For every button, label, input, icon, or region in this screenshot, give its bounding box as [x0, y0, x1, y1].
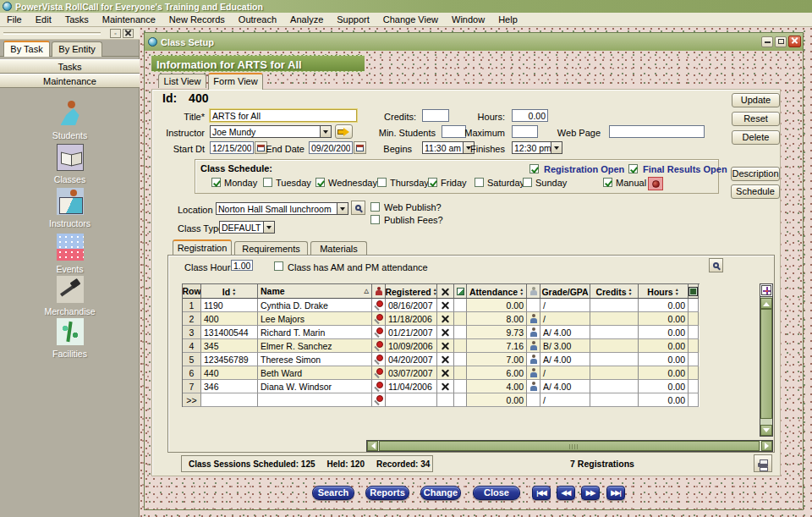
- class-hours-input[interactable]: [231, 260, 253, 271]
- chevron-down-icon[interactable]: [263, 222, 274, 233]
- previous-record-button[interactable]: ◀◀: [557, 486, 575, 500]
- location-select[interactable]: Norton Hall Small lunchroom: [216, 202, 348, 215]
- publish-fees-checkbox[interactable]: [370, 215, 380, 224]
- tab-requirements[interactable]: Requirements: [234, 241, 308, 255]
- table-row[interactable]: 3 131400544 Richard T. Marin 01/21/2007 …: [183, 326, 700, 339]
- menu-item-file[interactable]: File: [0, 14, 29, 25]
- menu-item-window[interactable]: Window: [445, 14, 491, 25]
- horizontal-scrollbar[interactable]: [366, 440, 773, 452]
- menu-item-change-view[interactable]: Change View: [376, 14, 445, 25]
- next-record-button[interactable]: ▶▶: [581, 486, 600, 500]
- sidebar-item-classes[interactable]: Classes: [0, 144, 140, 184]
- friday-checkbox[interactable]: [428, 178, 437, 187]
- scroll-right-button[interactable]: [761, 441, 772, 451]
- instructor-select[interactable]: Joe Mundy: [210, 125, 332, 138]
- scroll-up-button[interactable]: [760, 298, 772, 309]
- maximize-button[interactable]: [775, 36, 787, 47]
- sidebar-item-facilities[interactable]: Facilities: [0, 318, 140, 359]
- tab-form-view[interactable]: Form View: [208, 73, 263, 90]
- window-titlebar[interactable]: Class Setup: [145, 33, 803, 51]
- menu-item-edit[interactable]: Edit: [29, 14, 58, 25]
- col-registered[interactable]: Registered▲▼: [386, 284, 437, 299]
- sidebar-item-merchandise[interactable]: Merchandise: [0, 276, 140, 316]
- attendance-record-button[interactable]: [648, 177, 663, 190]
- table-row[interactable]: 6 440 Beth Ward 03/07/2007 6.00 / 0.00: [183, 366, 700, 380]
- change-button[interactable]: Change: [420, 486, 461, 500]
- table-row[interactable]: 5 123456789 Therese Simon 04/20/2007 7.0…: [183, 353, 700, 366]
- toolbar-handle[interactable]: [3, 32, 101, 35]
- tuesday-checkbox[interactable]: [263, 178, 272, 187]
- registration-open-checkbox[interactable]: [529, 164, 539, 173]
- sidebar-restore-button[interactable]: ▫: [110, 29, 121, 38]
- class-type-select[interactable]: DEFAULT: [219, 221, 275, 234]
- sort-icon[interactable]: ▲▼: [232, 288, 236, 295]
- col-flag[interactable]: [689, 284, 699, 299]
- sort-icon[interactable]: ▲▼: [675, 288, 679, 295]
- first-record-button[interactable]: |◀◀: [532, 486, 551, 500]
- col-attendance[interactable]: Attendance▲▼: [467, 284, 527, 299]
- col-id[interactable]: Id▲▼: [201, 284, 258, 299]
- print-button[interactable]: [754, 454, 772, 472]
- tab-list-view[interactable]: List View: [158, 74, 206, 88]
- menu-item-outreach[interactable]: Outreach: [232, 14, 283, 25]
- scroll-down-button[interactable]: [760, 425, 772, 436]
- finishes-select[interactable]: 12:30 pm: [512, 141, 562, 154]
- sidebar-close-button[interactable]: [123, 29, 134, 38]
- description-button[interactable]: Description: [731, 167, 780, 181]
- close-button[interactable]: [788, 36, 801, 47]
- web-page-input[interactable]: [609, 125, 705, 138]
- reset-button[interactable]: Reset: [732, 112, 780, 126]
- col-hours[interactable]: Hours▲▼: [639, 284, 689, 299]
- tab-by-task[interactable]: By Task: [3, 41, 50, 57]
- menu-item-help[interactable]: Help: [491, 14, 524, 25]
- menu-item-new-records[interactable]: New Records: [162, 14, 232, 25]
- minimize-button[interactable]: [761, 36, 773, 47]
- search-button[interactable]: Search: [312, 486, 354, 500]
- saturday-checkbox[interactable]: [475, 178, 484, 187]
- col-credits[interactable]: Credits▲▼: [590, 284, 639, 299]
- sidebar-item-events[interactable]: Events: [0, 234, 140, 274]
- location-search-button[interactable]: [351, 201, 365, 215]
- title-input[interactable]: [210, 109, 357, 122]
- delete-button[interactable]: Delete: [732, 130, 780, 145]
- schedule-button[interactable]: Schedule: [731, 184, 780, 199]
- sort-icon[interactable]: ▲▼: [433, 288, 437, 295]
- table-row[interactable]: 1 1190 Cynthia D. Drake 08/16/2007 0.00 …: [183, 299, 700, 312]
- sort-icon[interactable]: ▲▼: [628, 288, 633, 295]
- vertical-scrollbar[interactable]: [760, 283, 773, 437]
- table-row[interactable]: 7 346 Diana W. Windsor 11/04/2006 4.00 A…: [183, 380, 700, 393]
- sidebar-item-students[interactable]: Students: [0, 100, 140, 140]
- chevron-down-icon[interactable]: [551, 142, 562, 153]
- chevron-down-icon[interactable]: [320, 126, 331, 137]
- col-delete[interactable]: [437, 284, 454, 299]
- sort-asc-icon[interactable]: △: [365, 288, 369, 294]
- scroll-thumb[interactable]: [379, 441, 760, 451]
- monday-checkbox[interactable]: [211, 178, 221, 187]
- col-row[interactable]: Row: [183, 284, 201, 299]
- ampm-checkbox[interactable]: [274, 261, 283, 271]
- sidebar-item-instructors[interactable]: Instructors: [0, 188, 140, 228]
- update-button[interactable]: Update: [732, 93, 780, 107]
- col-name[interactable]: Name△: [258, 284, 372, 299]
- web-publish-checkbox[interactable]: [370, 202, 380, 212]
- menu-item-analyze[interactable]: Analyze: [283, 14, 330, 25]
- menu-item-maintenance[interactable]: Maintenance: [96, 14, 162, 25]
- section-maintenance[interactable]: Maintenance: [0, 74, 140, 88]
- manual-checkbox[interactable]: [603, 178, 612, 187]
- tab-registration[interactable]: Registration: [173, 239, 232, 255]
- wednesday-checkbox[interactable]: [315, 178, 325, 187]
- close-record-button[interactable]: Close: [473, 486, 520, 500]
- table-row[interactable]: 2 400 Lee Majors 11/18/2006 8.00 / 0.00: [183, 312, 700, 326]
- grid-options-button[interactable]: [760, 284, 772, 297]
- hours-input[interactable]: [512, 109, 548, 122]
- tab-materials[interactable]: Materials: [310, 241, 367, 255]
- grid-search-button[interactable]: [709, 258, 723, 272]
- last-record-button[interactable]: ▶▶|: [606, 486, 625, 500]
- sunday-checkbox[interactable]: [523, 178, 532, 187]
- col-note[interactable]: [454, 284, 467, 299]
- final-results-open-checkbox[interactable]: [628, 164, 638, 173]
- menu-item-tasks[interactable]: Tasks: [58, 14, 96, 25]
- scroll-thumb[interactable]: [760, 309, 772, 419]
- reports-button[interactable]: Reports: [365, 486, 409, 500]
- menu-item-support[interactable]: Support: [330, 14, 376, 25]
